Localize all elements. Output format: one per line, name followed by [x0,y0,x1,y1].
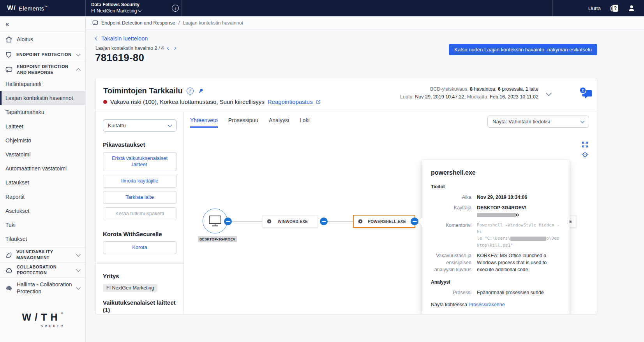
cloud-icon [5,267,12,273]
sidebar-item-vastatoimi[interactable]: Vastatoimi [0,147,85,161]
sidebar-item-asetukset[interactable]: Asetukset [0,204,85,218]
sidebar-item-home[interactable]: Aloitus [0,32,85,47]
sidebar-section-mgmt-collaboration-protection[interactable]: Hallinta - Collaboration Protection [0,278,85,298]
shield-icon [5,51,12,58]
home-icon [5,36,12,43]
company-title: Yritys [103,272,176,280]
sidebar-section-endpoint-protection[interactable]: ENDPOINT PROTECTION [0,47,85,62]
whats-new-link[interactable]: Uutta [588,5,601,11]
tab-yhteenveto[interactable]: Yhteenveto [190,117,218,128]
show-filter-select[interactable]: Näytä: Vähintään tiedoksi [487,116,589,128]
vulnerability-icon [5,252,12,258]
preview-new-view-button[interactable]: Katso uuden Laajan kontekstin havainto -… [449,44,597,55]
sidebar-section-collaboration-protection[interactable]: COLLABORATION PROTECTION [0,263,85,278]
device-node-label[interactable]: DESKTOP-3G4ROEV [198,236,237,242]
org-info-icon[interactable]: i [172,5,179,12]
breadcrumb: Endpoint Detection and Response / Laajan… [86,16,644,30]
sidebar-item-tapahtumahaku[interactable]: Tapahtumahaku [0,105,85,119]
chevron-down-icon [76,267,80,272]
edr-bubble-icon [5,67,12,73]
withsecure-logo: W/TH® secure [0,312,85,328]
time-label: Aika [431,194,471,201]
isolate-devices-button[interactable]: Eristä vaikutuksenalaiset laitteet [103,152,176,172]
sidebar-item-laajan-kontekstin-havainnot[interactable]: Laajan kontekstin havainnot [0,91,85,105]
user-label: Käyttäjä [431,204,471,218]
redaction-block [510,237,546,241]
sidebar-section-edr[interactable]: ENDPOINT DETECTION AND RESPONSE [0,62,85,77]
section-label: VULNERABILITY MANAGEMENT [16,249,72,261]
help-icon[interactable]: ( ? [610,5,618,12]
sidebar-item-tilaukset[interactable]: Tilaukset [0,232,85,247]
chevron-down-icon [138,9,141,12]
breadcrumb-current: Laajan kontekstin havainnot [183,20,243,26]
process-structure-link[interactable]: Prosessirakenne [469,302,505,307]
collapse-node-button[interactable] [224,217,232,225]
bcd-expand-chevron[interactable] [547,90,551,97]
analysis-heading: Analyysi [431,279,560,285]
edr-bubble-icon [92,20,98,26]
popup-title: powershell.exe [431,169,560,176]
sidebar-collapse-button[interactable]: « [0,16,85,32]
sidebar-item-automaattinen-vastatoimi[interactable]: Automaattinen vastatoimi [0,161,85,175]
collect-investigation-package-button[interactable]: Kerää tutkimuspaketti [103,207,176,220]
tab-prosessipuu[interactable]: Prosessipuu [228,117,258,128]
pager-next-button[interactable] [173,47,176,49]
pin-icon[interactable] [198,88,204,94]
affected-devices-title: Vaikutuksenalaiset laitteet (1) [103,299,176,314]
fullscreen-icon[interactable] [582,141,588,148]
collapse-node-button[interactable] [320,217,328,225]
chevron-up-icon [76,68,80,72]
organization-selector[interactable]: Data Fellows Security FI NextGen Marketi… [91,2,141,14]
process-label: Prosessi [431,289,471,296]
status-select[interactable]: Kuitattu [103,119,176,132]
edge-winword-powershell [328,221,353,222]
process-cog-icon [266,219,272,224]
details-heading: Tiedot [431,184,560,189]
breadcrumb-section[interactable]: Endpoint Detection and Response [101,20,175,26]
detection-card: Toimintojen Tarkkailu i Vakava riski (10… [95,78,597,314]
scan-device-button[interactable]: Tarkista laite [103,191,176,204]
tab-loki[interactable]: Loki [300,117,310,128]
chevron-down-icon [580,119,584,123]
collapse-node-button[interactable] [411,217,418,225]
severity-description-label: Vakavuustaso ja ensisijaisen analyysin k… [431,252,471,273]
sidebar-item-raportit[interactable]: Raportit [0,190,85,204]
chevron-down-icon [76,285,80,289]
process-detail-popup: powershell.exe Tiedot Aika Nov 29, 2019 … [422,160,570,314]
bcd-summary: BCD-yleiskuvaus: 8 havaintoa, 6 prosessi… [400,85,538,101]
sidebar-item-lataukset[interactable]: Lataukset [0,175,85,189]
detection-info-icon[interactable]: i [187,88,194,95]
locate-target-icon[interactable] [582,151,588,158]
severity-dot [103,100,107,104]
pager-label: Laajan kontekstin havainto 2 / 4 [95,46,164,51]
escalate-button[interactable]: Korota [103,241,176,254]
comments-button[interactable]: 2 [582,90,592,98]
sidebar-item-laitteet[interactable]: Laitteet [0,119,85,133]
sidebar-item-tuki[interactable]: Tuki [0,218,85,232]
pager-prev-button[interactable] [168,47,170,49]
monitor-icon [208,215,222,227]
escalate-title: Korota WithSecurelle [103,230,176,238]
trademark-symbol: ™ [44,5,48,9]
breadcrumb-separator: / [178,20,180,26]
sidebar-section-vulnerability-management[interactable]: VULNERABILITY MANAGEMENT [0,247,85,263]
section-label: ENDPOINT DETECTION AND RESPONSE [17,64,72,75]
sidebar-item-hallintapaneeli[interactable]: Hallintapaneeli [0,77,85,91]
detection-pager: Laajan kontekstin havainto 2 / 4 [95,46,176,51]
brand-mark: W/ [7,4,16,12]
process-cog-icon [358,219,363,224]
tab-analyysi[interactable]: Analyysi [269,117,289,128]
notify-users-button[interactable]: Ilmoita käyttäjille [103,175,176,188]
process-node-powershell[interactable]: POWERSHELL.EXE [353,215,415,228]
user-account-icon[interactable] [628,4,635,12]
sidebar-item-ohjelmisto[interactable]: Ohjelmisto [0,133,85,147]
process-node-winword[interactable]: WINWORD.EXE [262,215,318,228]
back-to-list-link[interactable]: Takaisin luetteloon [95,35,148,42]
sidebar-item-label: Aloitus [17,36,80,43]
process-value: Epänormaali prosessien suhde [477,289,560,296]
response-guidance-link[interactable]: Reagointiopastus [268,98,313,105]
top-bar: W/ Elements™ Data Fellows Security FI Ne… [0,0,644,16]
panel-divider [96,263,183,264]
command-line-label: Komentorivi [431,222,471,248]
company-tag: FI NextGen Marketing [103,284,157,292]
